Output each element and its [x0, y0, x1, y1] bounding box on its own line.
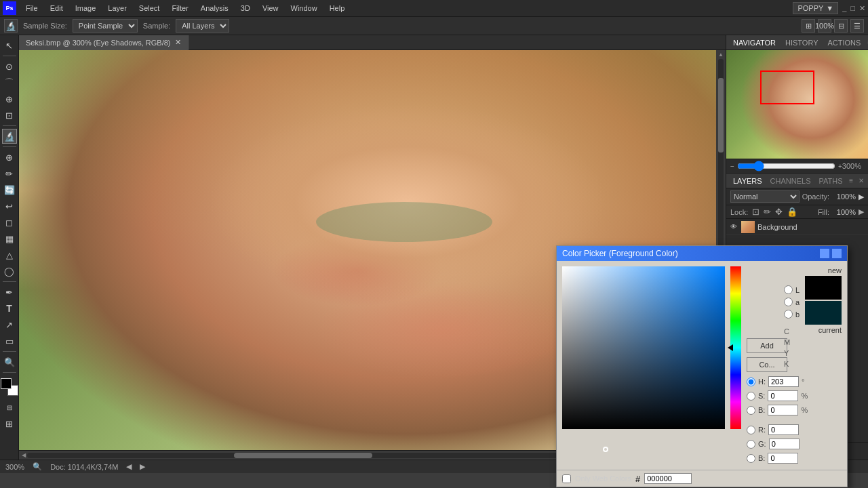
menu-filter[interactable]: Filter [166, 3, 193, 14]
close-button[interactable]: ✕ [859, 4, 865, 13]
color-gradient-field[interactable] [562, 266, 725, 429]
fill-value[interactable]: 100% [832, 208, 856, 216]
menu-edit[interactable]: Edit [45, 3, 68, 14]
green-radio[interactable] [747, 440, 755, 449]
path-selection-tool[interactable]: ↗ [2, 317, 17, 332]
menu-image[interactable]: Image [70, 3, 102, 14]
tab-layers[interactable]: LAYERS [730, 176, 765, 186]
blur-tool[interactable]: △ [2, 247, 17, 262]
menu-view[interactable]: View [257, 3, 284, 14]
color-libraries-button[interactable]: Co... [747, 357, 787, 372]
hue-radio[interactable] [747, 378, 755, 386]
text-tool[interactable]: T [2, 301, 17, 316]
hue-unit: ° [802, 378, 804, 386]
tab-close-button[interactable]: ✕ [175, 38, 181, 47]
zoom-slider[interactable] [737, 161, 835, 171]
canvas-tab[interactable]: Seksi.bmp @ 300% (Eye Shadows, RGB/8) ✕ [19, 35, 189, 50]
menu-help[interactable]: Help [324, 3, 351, 14]
scroll-thumb-horizontal[interactable] [234, 453, 372, 458]
menu-window[interactable]: Window [285, 3, 323, 14]
menu-3d[interactable]: 3D [235, 3, 256, 14]
dodge-tool[interactable]: ◯ [2, 264, 17, 279]
menu-layer[interactable]: Layer [102, 3, 132, 14]
menu-analysis[interactable]: Analysis [195, 3, 234, 14]
arrange-windows-icon[interactable]: ⊞ [802, 19, 815, 33]
menu-file[interactable]: File [20, 3, 43, 14]
hex-value-input[interactable] [644, 473, 692, 484]
scroll-left-arrow[interactable]: ◀ [22, 452, 26, 458]
lasso-tool[interactable]: ⌒ [2, 75, 17, 90]
menu-select[interactable]: Select [134, 3, 165, 14]
blue-input[interactable] [768, 453, 798, 464]
zoom-display[interactable]: 100% [818, 19, 831, 33]
gradient-tool[interactable]: ▦ [2, 231, 17, 246]
sample-size-select[interactable]: Point Sample [73, 19, 138, 33]
scroll-up-arrow[interactable]: ▲ [718, 52, 724, 58]
lab-l-radio[interactable] [784, 285, 793, 294]
history-brush-tool[interactable]: ↩ [2, 199, 17, 214]
scroll-nav-left[interactable]: ◀ [126, 462, 132, 471]
quick-selection-tool[interactable]: ⊕ [2, 92, 17, 106]
fill-arrow[interactable]: ▶ [859, 207, 864, 216]
brush-tool[interactable]: ✏ [2, 166, 17, 181]
blue-radio[interactable] [747, 454, 755, 463]
scroll-thumb-vertical[interactable] [718, 78, 724, 152]
opacity-arrow[interactable]: ▶ [859, 192, 864, 201]
eyedropper-tool[interactable]: 🔬 [2, 129, 17, 144]
healing-brush-tool[interactable]: ⊕ [2, 150, 17, 165]
elliptical-marquee-tool[interactable]: ⊙ [2, 59, 17, 74]
crop-tool[interactable]: ⊡ [2, 108, 17, 123]
view-mode-icon[interactable]: ⊟ [834, 19, 848, 33]
sample-select[interactable]: All Layers [176, 19, 229, 33]
hue-slider[interactable] [730, 266, 741, 429]
eraser-tool[interactable]: ◻ [2, 215, 17, 230]
saturation-radio[interactable] [747, 392, 755, 401]
layer-visibility-icon[interactable]: 👁 [730, 223, 737, 230]
lab-b-radio[interactable] [784, 310, 793, 319]
add-to-swatches-button[interactable]: Add [747, 338, 787, 353]
lock-image-icon[interactable]: ✏ [764, 207, 771, 217]
tab-actions[interactable]: ACTIONS [825, 37, 863, 48]
zoom-icon[interactable]: 🔍 [33, 462, 42, 471]
layers-panel-close[interactable]: ✕ [859, 177, 864, 184]
screen-mode-icon[interactable]: ☰ [850, 19, 864, 33]
clone-stamp-tool[interactable]: 🔄 [2, 182, 17, 197]
pen-tool[interactable]: ✒ [2, 285, 17, 300]
saturation-input[interactable] [768, 390, 798, 401]
eye-shadow-area [316, 202, 493, 242]
minimize-button[interactable]: _ [842, 4, 846, 12]
rectangle-tool[interactable]: ▭ [2, 333, 17, 348]
red-radio[interactable] [747, 426, 755, 434]
cp-minimize-button[interactable] [820, 249, 829, 258]
green-input[interactable] [769, 439, 800, 449]
list-item[interactable]: 👁 Background [726, 219, 868, 235]
tab-paths[interactable]: PATHS [816, 176, 846, 186]
lock-all-icon[interactable]: 🔒 [787, 207, 797, 217]
tab-history[interactable]: HISTORY [783, 37, 821, 48]
tab-channels[interactable]: CHANNELS [768, 176, 814, 186]
quick-mask-button[interactable]: ⊟ [2, 400, 17, 415]
restore-button[interactable]: □ [850, 4, 855, 12]
layers-panel-menu[interactable]: ≡ [849, 177, 853, 184]
hue-input[interactable] [768, 376, 799, 387]
tab-navigator[interactable]: NAVIGATOR [730, 37, 778, 48]
chevron-down-icon[interactable]: ▼ [826, 4, 833, 12]
menubar: Ps File Edit Image Layer Select Filter A… [0, 0, 868, 16]
foreground-color-swatch[interactable] [1, 378, 12, 389]
brightness-radio[interactable] [747, 406, 755, 415]
zoom-tool[interactable]: 🔍 [2, 354, 17, 369]
color-swatches[interactable] [1, 378, 18, 396]
cp-maximize-button[interactable] [832, 249, 842, 258]
lock-transparent-icon[interactable]: ⊡ [752, 207, 760, 217]
lab-a-radio[interactable] [784, 298, 793, 306]
lock-move-icon[interactable]: ✥ [775, 207, 783, 217]
zoom-out-icon[interactable]: − [730, 163, 734, 170]
brightness-input[interactable] [768, 405, 798, 415]
web-colors-checkbox[interactable] [562, 474, 571, 483]
screen-mode-button[interactable]: ⊞ [2, 416, 17, 431]
red-input[interactable] [768, 424, 799, 435]
blend-mode-select[interactable]: Normal [730, 190, 800, 203]
opacity-value[interactable]: 100% [832, 192, 856, 201]
scroll-nav-right[interactable]: ▶ [140, 462, 145, 471]
move-tool[interactable]: ↖ [2, 38, 17, 53]
